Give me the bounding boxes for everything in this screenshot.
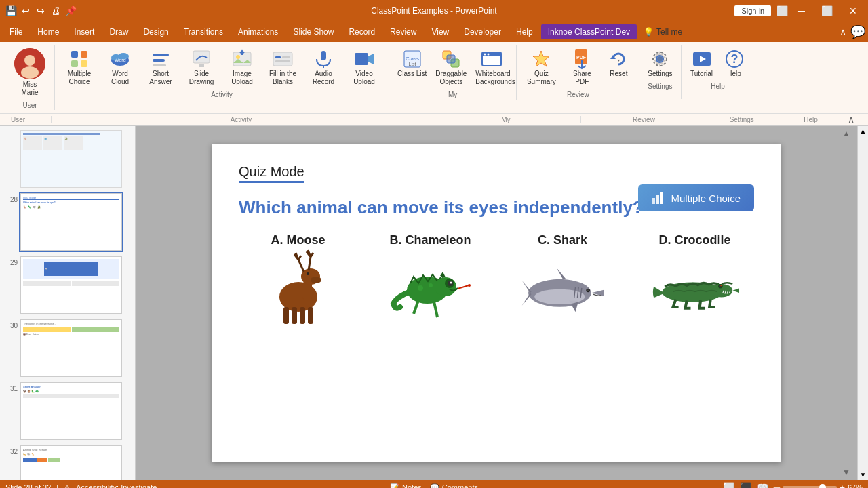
scroll-down-icon[interactable]: ▼: [842, 468, 850, 477]
save-icon[interactable]: 💾: [5, 5, 16, 16]
settings-button[interactable]: Settings: [645, 46, 675, 80]
ribbon-group-review: Quiz Summary PDF Share PDF ▾ Reset Revie…: [517, 45, 639, 100]
slide-panel: 🦌 🐟 🐊 28 Quiz Mode Which animal can move…: [0, 126, 136, 480]
share-pdf-label: Share PDF: [566, 70, 598, 86]
image-upload-icon: [231, 48, 253, 70]
close-button[interactable]: ✕: [844, 0, 863, 22]
menu-home[interactable]: Home: [31, 24, 66, 39]
word-cloud-button[interactable]: Word Word Cloud: [101, 46, 139, 88]
menu-transitions[interactable]: Transitions: [177, 24, 230, 39]
menu-file[interactable]: File: [3, 24, 29, 39]
mc-button-label: Multiple Choice: [671, 192, 741, 204]
svg-text:▾: ▾: [618, 58, 620, 62]
menu-slideshow[interactable]: Slide Show: [286, 24, 340, 39]
normal-view-button[interactable]: ⬜: [723, 482, 734, 488]
svg-rect-50: [656, 195, 659, 204]
svg-rect-20: [282, 56, 290, 58]
scroll-right-down[interactable]: ▼: [859, 470, 868, 480]
slide-canvas[interactable]: Quiz Mode Which animal can move its eyes…: [212, 144, 781, 462]
zoom-out-button[interactable]: ─: [774, 483, 780, 489]
reading-view-button[interactable]: 📖: [757, 482, 768, 488]
scroll-right-up[interactable]: ▲: [859, 126, 868, 136]
tutorial-button[interactable]: Tutorial: [687, 46, 717, 80]
menu-draw[interactable]: Draw: [102, 24, 135, 39]
sign-in-button[interactable]: Sign in: [734, 5, 771, 16]
svg-rect-3: [71, 51, 78, 58]
svg-point-2: [21, 66, 39, 79]
svg-rect-6: [81, 60, 87, 67]
draggable-objects-icon: [440, 48, 462, 70]
fill-blanks-button[interactable]: Fill in the Blanks: [264, 46, 302, 88]
image-upload-button[interactable]: Image Upload: [223, 46, 261, 88]
slide-canvas-area: ▲ Quiz Mode Which animal can move its ey…: [136, 126, 857, 480]
ribbon-group-settings: Settings Settings: [639, 45, 681, 99]
customize-icon[interactable]: 📌: [65, 5, 76, 16]
ribbon-toggle-icon[interactable]: ⬜: [776, 5, 787, 16]
svg-point-60: [307, 272, 309, 275]
reset-button[interactable]: ▾ Reset: [604, 46, 633, 80]
multiple-choice-activity-button[interactable]: Multiple Choice: [638, 184, 754, 211]
svg-line-68: [414, 300, 418, 314]
zoom-in-button[interactable]: +: [840, 483, 845, 489]
tell-me[interactable]: 💡 Tell me: [638, 26, 688, 38]
print-icon[interactable]: 🖨: [50, 5, 61, 16]
list-item[interactable]: 🦌 🐟 🐊: [3, 129, 132, 189]
multiple-choice-button[interactable]: Multiple Choice: [60, 46, 98, 88]
ribbon-sections: User Activity My Review Settings Help ∧: [0, 114, 868, 126]
scroll-up-icon[interactable]: ▲: [842, 129, 850, 138]
feedback-icon[interactable]: 💬: [850, 24, 865, 39]
list-item[interactable]: 28 Quiz Mode Which animal can move its e…: [3, 192, 132, 252]
class-list-button[interactable]: Class List Class List: [395, 46, 429, 80]
chameleon-icon: [387, 253, 475, 321]
menu-animations[interactable]: Animations: [231, 24, 285, 39]
fill-blanks-label: Fill in the Blanks: [267, 70, 299, 86]
slide-sorter-button[interactable]: ⬛: [740, 482, 751, 488]
list-item[interactable]: 32 Animal Quiz Results 🐆 🐘 🦒: [3, 444, 132, 480]
shark-icon: [519, 253, 607, 321]
menu-view[interactable]: View: [425, 24, 456, 39]
quiz-mode-title: Quiz Mode: [239, 164, 304, 183]
comments-button[interactable]: 💬 Comments: [430, 483, 478, 489]
svg-point-62: [435, 277, 456, 296]
minimize-button[interactable]: ─: [793, 0, 810, 22]
list-item[interactable]: 31 Short Answer 🦅🦉 🦜🦚: [3, 381, 132, 441]
menu-insert[interactable]: Insert: [67, 24, 101, 39]
menu-review[interactable]: Review: [383, 24, 423, 39]
answer-moose: A. Moose: [239, 233, 357, 321]
maximize-button[interactable]: ⬜: [816, 0, 838, 22]
word-cloud-icon: Word: [109, 48, 131, 70]
menu-bar: File Home Insert Draw Design Transitions…: [0, 22, 868, 42]
user-button[interactable]: Miss Marie: [11, 46, 49, 99]
whiteboard-bg-button[interactable]: Whiteboard Backgrounds: [473, 46, 511, 88]
svg-text:?: ?: [730, 52, 738, 66]
svg-rect-54: [292, 307, 297, 324]
menu-design[interactable]: Design: [136, 24, 175, 39]
list-item[interactable]: 29 🦈: [3, 255, 132, 315]
help-section-label: Help: [776, 116, 845, 123]
menu-record[interactable]: Record: [342, 24, 382, 39]
notes-icon: 📝: [390, 483, 399, 489]
short-answer-button[interactable]: Short Answer: [142, 46, 180, 88]
menu-developer[interactable]: Developer: [457, 24, 508, 39]
tutorial-label: Tutorial: [690, 70, 713, 78]
help-button[interactable]: ? Help: [719, 46, 749, 80]
ribbon-collapse-button[interactable]: ∧: [837, 26, 849, 37]
ribbon-group-activity: Multiple Choice Word Word Cloud Short An…: [55, 45, 389, 100]
draggable-objects-button[interactable]: Draggable Objects: [432, 46, 470, 88]
menu-classpoint[interactable]: Inknoe ClassPoint Dev: [541, 24, 637, 39]
quiz-summary-button[interactable]: Quiz Summary: [522, 46, 560, 88]
whiteboard-bg-icon: [481, 48, 502, 70]
status-right: ⬜ ⬛ 📖 ─ + 67%: [723, 482, 863, 488]
notes-button[interactable]: 📝 Notes: [390, 483, 422, 489]
video-upload-button[interactable]: Video Upload: [345, 46, 383, 88]
ribbon-group-help: Tutorial ? Help Help: [682, 45, 755, 99]
svg-point-67: [468, 284, 471, 287]
redo-icon[interactable]: ↪: [35, 5, 46, 16]
list-item[interactable]: 30 The lion is in the savanna... 🐻 Bear …: [3, 318, 132, 378]
slide-drawing-button[interactable]: Slide Drawing: [182, 46, 220, 88]
collapse-ribbon-button[interactable]: ∧: [845, 114, 857, 125]
audio-record-button[interactable]: Audio Record: [304, 46, 342, 88]
menu-help[interactable]: Help: [509, 24, 540, 39]
undo-icon[interactable]: ↩: [20, 5, 31, 16]
share-pdf-button[interactable]: PDF Share PDF: [563, 46, 601, 88]
